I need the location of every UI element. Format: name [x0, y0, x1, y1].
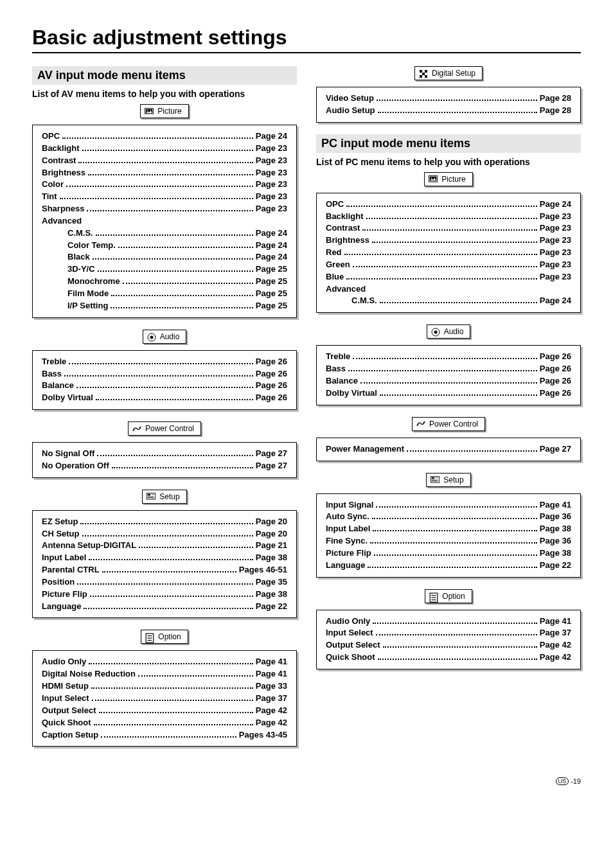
menu-tab: Option [425, 589, 472, 603]
leader-dots [368, 567, 537, 568]
tab-wrap: Audio [32, 330, 297, 348]
leader-dots [380, 302, 537, 303]
menu-item: Picture FlipPage 38 [42, 589, 287, 601]
item-page: Page 23 [256, 203, 287, 215]
leader-dots [362, 229, 537, 231]
menu-item: OPCPage 24 [326, 199, 571, 211]
item-label: EZ Setup [42, 516, 78, 528]
item-label: Contrast [42, 155, 76, 167]
leader-dots [373, 530, 537, 531]
tab-wrap: Setup [32, 490, 297, 508]
leader-dots [91, 687, 253, 689]
menu-item: BrightnessPage 23 [42, 167, 287, 179]
leader-dots [87, 210, 253, 211]
item-label: Sharpness [42, 203, 84, 215]
item-page: Page 26 [540, 351, 571, 363]
svg-rect-16 [420, 70, 422, 73]
item-label: Advanced [326, 283, 366, 296]
menu-box: EZ SetupPage 20CH SetupPage 20Antenna Se… [32, 510, 297, 619]
item-page: Page 25 [256, 288, 287, 300]
leader-dots [64, 375, 253, 376]
item-page: Page 20 [256, 516, 287, 528]
tab-wrap: Power Control [316, 417, 581, 435]
item-label: Bass [42, 368, 62, 380]
menu-tab: Power Control [128, 421, 201, 436]
menu-item: Advanced [42, 215, 287, 227]
menu-item: Antenna Setup-DIGITALPage 21 [42, 540, 287, 552]
item-page: Page 41 [540, 499, 571, 511]
menu-item: BacklightPage 23 [326, 211, 571, 223]
item-label: Picture Flip [326, 547, 371, 560]
section-heading: AV input mode menu items [32, 66, 297, 85]
menu-tab: Audio [427, 324, 471, 339]
item-label: Language [42, 601, 81, 613]
menu-item: Parental CTRLPages 46-51 [42, 564, 287, 576]
leader-dots [370, 542, 537, 544]
leader-dots [118, 247, 253, 248]
tab-text: Option [158, 632, 181, 641]
menu-box: Video SetupPage 28Audio SetupPage 28 [316, 87, 581, 123]
menu-item: OPCPage 24 [42, 130, 287, 143]
menu-tab: Power Control [412, 417, 485, 431]
menu-item: HDMI SetupPage 33 [42, 680, 287, 693]
leader-dots [353, 358, 537, 359]
menu-item: BlackPage 24 [42, 251, 287, 263]
item-page: Page 26 [256, 392, 287, 404]
menu-tab: Picture [424, 172, 472, 186]
item-label: Tint [42, 191, 57, 203]
item-label: Black [42, 251, 90, 263]
leader-dots [98, 270, 253, 272]
item-label: Brightness [326, 235, 369, 247]
item-label: Output Select [42, 705, 96, 717]
menu-tab: Audio [143, 330, 187, 344]
menu-tab: Option [141, 630, 188, 644]
tab-text: Digital Setup [432, 69, 475, 78]
item-page: Page 26 [540, 387, 571, 400]
menu-item: GreenPage 23 [326, 259, 571, 271]
item-page: Page 28 [540, 105, 571, 117]
item-page: Pages 46-51 [239, 564, 287, 576]
item-label: Brightness [42, 167, 85, 179]
item-page: Page 38 [540, 547, 571, 560]
svg-point-23 [431, 178, 432, 179]
leader-dots [344, 254, 537, 255]
menu-item: Output SelectPage 42 [42, 705, 287, 717]
menu-item: C.M.S.Page 24 [326, 295, 571, 307]
item-label: Picture Flip [42, 589, 87, 601]
item-label: No Operation Off [42, 460, 109, 472]
item-page: Page 24 [540, 295, 571, 307]
section-sub: List of PC menu items to help you with o… [316, 157, 581, 167]
tab-text: Power Control [429, 420, 478, 429]
right-column: Digital SetupVideo SetupPage 28Audio Set… [316, 66, 581, 758]
menu-box: TreblePage 26BassPage 26BalancePage 26Do… [32, 350, 297, 410]
leader-dots [76, 387, 253, 388]
item-page: Page 23 [256, 143, 287, 155]
leader-dots [92, 700, 253, 701]
audio-icon [431, 328, 440, 335]
menu-item: BrightnessPage 23 [326, 235, 571, 247]
leader-dots [77, 583, 253, 585]
menu-item: TreblePage 26 [326, 351, 571, 363]
item-label: Position [42, 576, 75, 589]
leader-dots [366, 218, 537, 219]
left-column: AV input mode menu itemsList of AV menu … [32, 66, 297, 758]
menu-box: Power ManagementPage 27 [316, 438, 581, 461]
item-label: Audio Setup [326, 105, 375, 117]
item-page: Page 22 [540, 560, 571, 572]
item-label: C.M.S. [326, 295, 377, 307]
item-label: Output Select [326, 639, 380, 651]
audio-icon [147, 333, 156, 341]
leader-dots [378, 112, 537, 113]
menu-item: Input LabelPage 38 [42, 552, 287, 564]
menu-box: Audio OnlyPage 41Input SelectPage 37Outp… [316, 610, 581, 669]
page-number: -19 [571, 777, 581, 785]
item-page: Page 42 [540, 639, 571, 651]
svg-rect-20 [422, 73, 425, 75]
item-label: Audio Only [42, 656, 86, 668]
leader-dots [82, 535, 253, 536]
item-label: Green [326, 259, 350, 271]
item-page: Page 23 [540, 222, 571, 235]
setup-icon [431, 476, 440, 484]
item-page: Page 26 [256, 356, 287, 368]
menu-item: TintPage 23 [42, 191, 287, 203]
